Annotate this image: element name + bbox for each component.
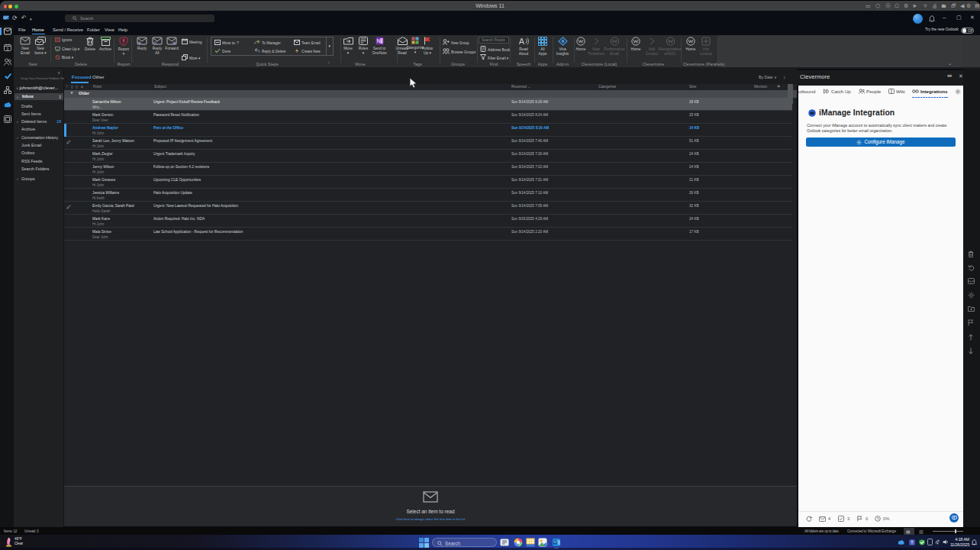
svg-text:9: 9 bbox=[7, 47, 9, 51]
svg-text:O: O bbox=[4, 17, 6, 20]
svg-text:A: A bbox=[519, 37, 525, 46]
svg-text:N: N bbox=[376, 38, 380, 44]
